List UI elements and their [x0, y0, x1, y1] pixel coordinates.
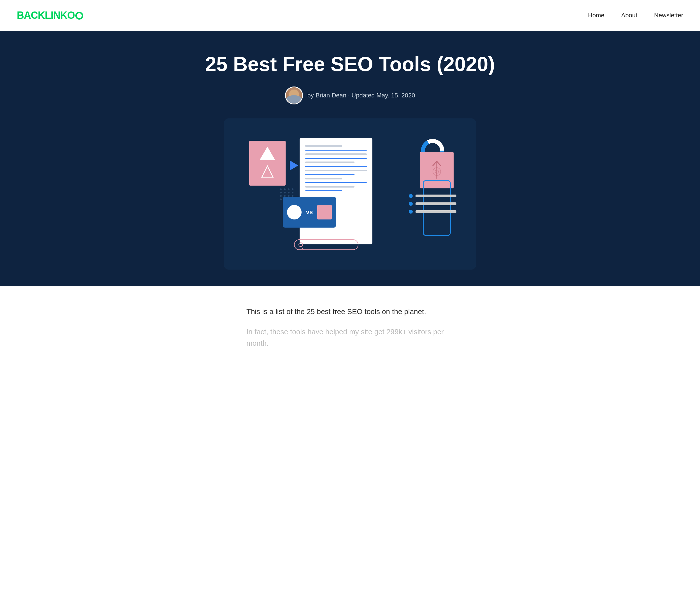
author-info: by Brian Dean · Updated May. 15, 2020: [17, 87, 683, 104]
main-nav: Home About Newsletter: [588, 12, 683, 19]
content-section: This is a list of the 25 best free SEO t…: [229, 286, 471, 361]
search-icon: [299, 242, 303, 247]
triangle-up-icon: [260, 147, 275, 160]
page-title: 25 Best Free SEO Tools (2020): [17, 53, 683, 75]
illustration-pink-card-left: [249, 141, 286, 186]
hero-section: 25 Best Free SEO Tools (2020) by Brian D…: [0, 31, 700, 286]
arrow-icon: [290, 160, 298, 171]
vs-label: vs: [306, 209, 313, 216]
avatar: [285, 87, 303, 104]
svg-marker-0: [262, 166, 273, 177]
logo-circle-icon: [75, 12, 83, 20]
nav-home[interactable]: Home: [588, 12, 604, 19]
nav-about[interactable]: About: [621, 12, 638, 19]
avatar-image: [286, 87, 302, 103]
site-header: BACKLINKO Home About Newsletter: [0, 0, 700, 31]
illustration-canvas: vs: [238, 135, 462, 253]
list-item: [409, 210, 457, 214]
illustration-vs-card: vs: [283, 197, 336, 228]
triangle-down-icon: [260, 165, 274, 180]
illustration-search-bar: [294, 239, 359, 250]
illustration-list: [409, 194, 457, 214]
logo[interactable]: BACKLINKO: [17, 10, 83, 21]
author-byline: by Brian Dean · Updated May. 15, 2020: [308, 92, 415, 99]
intro-paragraph: This is a list of the 25 best free SEO t…: [246, 306, 454, 318]
arrow-up-icon: [428, 159, 445, 181]
circle-white-icon: [287, 205, 302, 219]
faded-paragraph: In fact, these tools have helped my site…: [246, 326, 454, 349]
hero-illustration: vs: [224, 118, 476, 269]
nav-newsletter[interactable]: Newsletter: [654, 12, 683, 19]
logo-text: BACKLINKO: [17, 10, 75, 21]
pink-square-icon: [317, 205, 332, 219]
illustration-doc-card: [300, 138, 372, 244]
list-item: [409, 194, 457, 198]
list-item: [409, 202, 457, 206]
